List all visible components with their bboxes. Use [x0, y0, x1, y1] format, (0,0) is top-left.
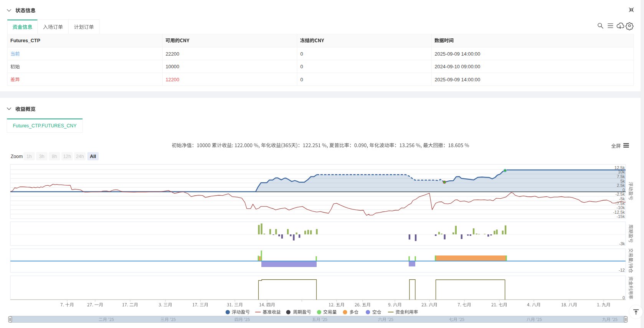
svg-text:-15k: -15k [617, 214, 625, 219]
svg-text:2025-09-09 14:00:00: 2025-09-09 14:00:00 [435, 51, 481, 57]
svg-text:10k: 10k [618, 170, 625, 174]
svg-text:0: 0 [623, 188, 625, 192]
svg-text:0: 0 [301, 77, 303, 82]
svg-text:2.5k: 2.5k [617, 183, 625, 188]
svg-text:All: All [90, 154, 96, 159]
svg-text:Zoom: Zoom [11, 154, 23, 159]
svg-text:Futures_CTP.FUTURES_CNY: Futures_CTP.FUTURES_CNY [13, 123, 77, 129]
svg-text:0: 0 [301, 64, 303, 69]
svg-text:0: 0 [623, 295, 625, 300]
svg-text:-12.5k: -12.5k [613, 210, 625, 214]
svg-text:-5k: -5k [619, 196, 625, 201]
svg-text:8h: 8h [52, 154, 57, 159]
svg-text:-2.5k: -2.5k [616, 192, 625, 196]
svg-text:Futures_CTP: Futures_CTP [10, 38, 40, 43]
svg-text:12h: 12h [63, 154, 71, 159]
svg-text:2024-09-10 09:00:00: 2024-09-10 09:00:00 [435, 64, 481, 69]
svg-text:-12: -12 [619, 268, 625, 272]
svg-text:1h: 1h [26, 154, 32, 159]
svg-text:5k: 5k [620, 179, 625, 183]
svg-text:-3k: -3k [619, 241, 625, 246]
svg-text:12200: 12200 [166, 77, 180, 82]
svg-text:0: 0 [301, 51, 303, 57]
svg-text:3h: 3h [39, 154, 45, 159]
svg-text:22200: 22200 [166, 51, 180, 57]
svg-text:2025-09-09 14:00:00: 2025-09-09 14:00:00 [435, 77, 481, 82]
svg-text:12.5k: 12.5k [614, 165, 625, 170]
svg-text:7.5k: 7.5k [617, 174, 625, 179]
svg-text:24h: 24h [76, 154, 84, 159]
svg-text:-10k: -10k [617, 205, 625, 210]
svg-text:10000: 10000 [166, 64, 180, 69]
svg-text:-7.5k: -7.5k [616, 201, 625, 206]
